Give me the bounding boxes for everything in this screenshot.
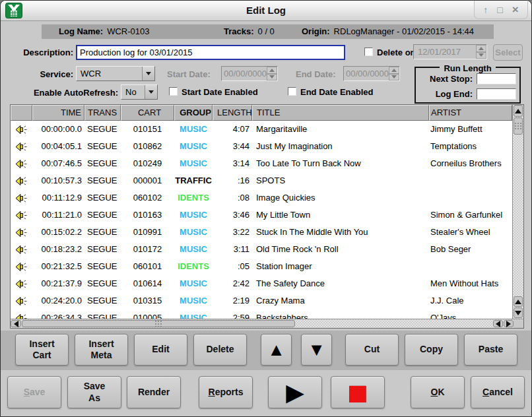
column-header-artist[interactable]: ARTIST xyxy=(429,105,512,121)
table-row[interactable]: 00:11:12.9SEGUE060102IDENTS:08Image Quic… xyxy=(11,189,512,207)
table-row[interactable]: 00:00:00.0SEGUE010151MUSIC4:07Margaritav… xyxy=(11,121,512,138)
start-date-enabled-checkbox[interactable] xyxy=(169,87,178,96)
column-header-trans[interactable]: TRANS xyxy=(84,105,121,121)
speaker-icon xyxy=(11,241,32,258)
delete-button[interactable]: Delete xyxy=(193,334,247,366)
cell-cart: 010163 xyxy=(121,207,174,224)
table-row[interactable]: 00:15:02.2SEGUE010991MUSIC3:22Stuck In T… xyxy=(11,224,512,241)
cell-title: Backstabbers xyxy=(252,309,429,319)
table-row[interactable]: 00:21:32.5SEGUE060101IDENTS:05Station Im… xyxy=(11,258,512,275)
spin-up-icon xyxy=(389,67,399,74)
render-button[interactable]: Render xyxy=(127,376,181,408)
cell-cart: 010614 xyxy=(121,275,174,292)
cell-title: SPOTS xyxy=(252,172,429,189)
service-dropdown[interactable]: WCR xyxy=(76,66,155,81)
scroll-left-icon[interactable] xyxy=(493,320,503,327)
table-row[interactable]: 00:18:23.2SEGUE010172MUSIC3:11Old Time R… xyxy=(11,241,512,258)
cell-artist: Jimmy Buffett xyxy=(429,121,512,138)
chevron-down-icon xyxy=(145,85,157,99)
autorefresh-dropdown[interactable]: No xyxy=(121,84,158,100)
table-row[interactable]: 00:24:20.0SEGUE010315MUSIC2:19Crazy Mama… xyxy=(11,292,512,309)
speaker-icon xyxy=(11,172,32,189)
end-date-enabled-label: End Date Enabled xyxy=(300,87,374,97)
cell-artist: Men Without Hats xyxy=(429,275,512,292)
table-row[interactable]: 00:11:21.0SEGUE010163MUSIC3:46My Little … xyxy=(11,207,512,224)
insert-meta-button[interactable]: Insert Meta xyxy=(75,334,128,366)
move-up-button[interactable]: ▲ xyxy=(261,334,292,366)
log-table: TIMETRANSCARTGROUPLENGTHTITLEARTIST 00:0… xyxy=(10,104,524,329)
vertical-scrollbar-thumb[interactable] xyxy=(514,117,523,135)
table-row[interactable]: 00:04:05.1SEGUE010862MUSIC3:44Just My Im… xyxy=(11,138,512,155)
scroll-up-icon[interactable] xyxy=(514,105,523,117)
paste-button[interactable]: Paste xyxy=(464,334,517,366)
scroll-up-icon[interactable] xyxy=(514,296,523,307)
cell-time: 00:15:02.2 xyxy=(32,224,84,241)
end-date-spinbox: 00/00/0000 xyxy=(343,66,400,81)
column-header-group[interactable]: GROUP xyxy=(174,105,213,121)
scroll-right-icon[interactable] xyxy=(504,320,514,327)
cell-artist: Corneilus Brothers xyxy=(429,155,512,172)
horizontal-scrollbar-thumb[interactable] xyxy=(22,320,295,327)
close-icon[interactable]: × xyxy=(512,5,519,15)
column-header-icon[interactable] xyxy=(11,105,32,121)
column-header-time[interactable]: TIME xyxy=(32,105,84,121)
scroll-left-icon[interactable] xyxy=(11,320,21,327)
cell-title: My Little Town xyxy=(252,207,429,224)
reports-button[interactable]: Reports xyxy=(199,376,253,408)
insert-cart-button[interactable]: Insert Cart xyxy=(15,334,69,366)
table-row[interactable]: 00:10:57.3SEGUE000001TRAFFIC:16SPOTS xyxy=(11,172,512,189)
play-button[interactable]: ▶ xyxy=(268,376,322,408)
cell-trans: SEGUE xyxy=(84,309,121,319)
cell-length: 3:22 xyxy=(213,224,252,241)
column-header-cart[interactable]: CART xyxy=(121,105,174,121)
horizontal-scrollbar[interactable] xyxy=(11,319,523,328)
description-input[interactable] xyxy=(76,45,345,60)
cell-length: 2:59 xyxy=(213,309,252,319)
stop-button[interactable]: ■ xyxy=(331,376,385,408)
table-row[interactable]: 00:21:37.9SEGUE010614MUSIC2:42The Safety… xyxy=(11,275,512,292)
cell-cart: 010151 xyxy=(121,121,174,138)
column-header-length[interactable]: LENGTH xyxy=(213,105,252,121)
move-down-button[interactable]: ▼ xyxy=(301,334,332,366)
cell-title: Station Imager xyxy=(252,258,429,275)
scroll-down-icon[interactable] xyxy=(514,307,523,318)
cell-time: 00:21:37.9 xyxy=(32,275,84,292)
log-table-header: TIMETRANSCARTGROUPLENGTHTITLEARTIST xyxy=(11,105,512,121)
title-bar[interactable]: Edit Log ↑ □ × xyxy=(1,1,531,21)
cell-trans: SEGUE xyxy=(84,241,121,258)
edit-button[interactable]: Edit xyxy=(134,334,187,366)
cell-trans: SEGUE xyxy=(84,224,121,241)
delete-on-checkbox[interactable] xyxy=(364,48,373,56)
shade-icon[interactable]: ↑ xyxy=(483,5,488,15)
cell-time: 00:24:20.0 xyxy=(32,292,84,309)
spin-down-icon xyxy=(267,74,277,81)
chevron-down-icon xyxy=(142,67,154,80)
cell-trans: SEGUE xyxy=(84,258,121,275)
cell-title: Stuck In The Middle With You xyxy=(252,224,429,241)
copy-button[interactable]: Copy xyxy=(405,334,458,366)
cell-time: 00:10:57.3 xyxy=(32,172,84,189)
column-header-title[interactable]: TITLE xyxy=(252,105,429,121)
cell-time: 00:07:46.5 xyxy=(32,155,84,172)
cut-button[interactable]: Cut xyxy=(345,334,399,366)
vertical-scrollbar[interactable] xyxy=(512,105,523,319)
cell-trans: SEGUE xyxy=(84,121,121,138)
cell-group: MUSIC xyxy=(174,224,213,241)
tracks-value: 0 / 0 xyxy=(258,26,275,36)
start-date-spinbox: 00/00/0000 xyxy=(221,66,278,81)
cell-cart: 010315 xyxy=(121,292,174,309)
cell-group: TRAFFIC xyxy=(174,172,213,189)
cancel-button[interactable]: Cancel xyxy=(471,376,525,408)
down-triangle-icon: ▼ xyxy=(308,341,325,359)
log-name-label: Log Name: xyxy=(59,26,103,36)
cell-artist: J.J. Cale xyxy=(429,292,512,309)
end-date-enabled-checkbox[interactable] xyxy=(288,87,296,96)
run-length-title: Run Length xyxy=(440,63,495,73)
cell-length: :08 xyxy=(213,189,252,207)
maximize-icon[interactable]: □ xyxy=(497,5,502,15)
spin-up-icon xyxy=(267,67,277,74)
table-row[interactable]: 00:07:46.5SEGUE010249MUSIC3:14Too Late T… xyxy=(11,155,512,172)
table-row[interactable]: 00:26:34.3SEGUE010005MUSIC2:59Backstabbe… xyxy=(11,309,512,319)
save-as-button[interactable]: Save As xyxy=(67,376,121,408)
ok-button[interactable]: OK xyxy=(411,376,465,408)
